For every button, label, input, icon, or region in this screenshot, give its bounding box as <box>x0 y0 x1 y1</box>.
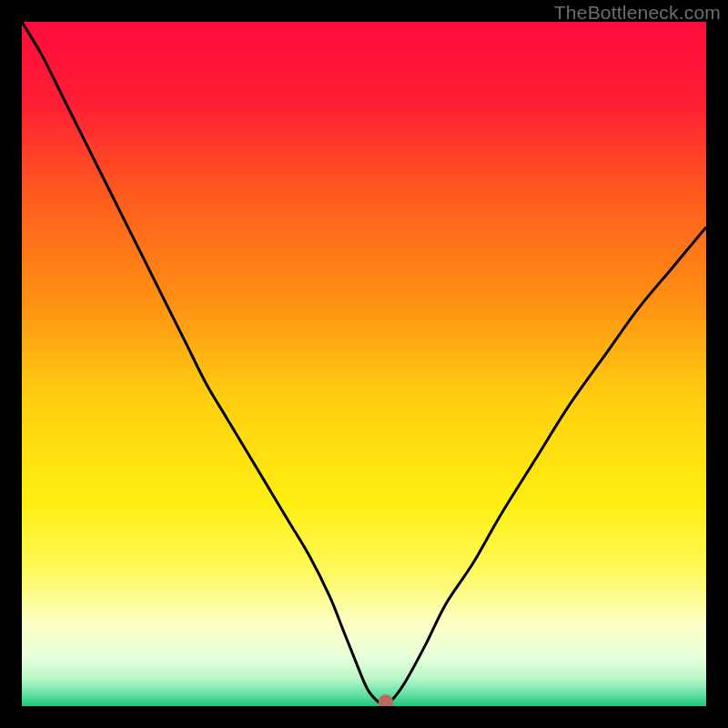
frame: TheBottleneck.com <box>0 0 728 728</box>
watermark-text: TheBottleneck.com <box>554 2 721 24</box>
plot-area <box>22 22 706 706</box>
chart-svg <box>22 22 706 706</box>
optimum-marker <box>379 694 394 706</box>
bottleneck-curve <box>22 22 706 703</box>
